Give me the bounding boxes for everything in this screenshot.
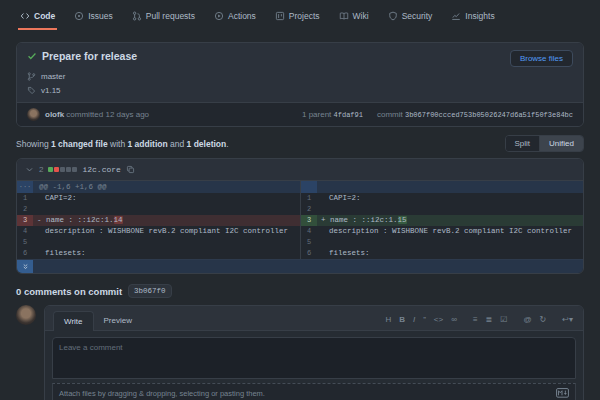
diff-line[interactable]: 4description : WISHBONE revB.2 compliant… <box>301 226 583 237</box>
diffstat-squares <box>48 167 77 172</box>
cross-reference-icon[interactable]: ↻ <box>540 316 547 324</box>
committer-avatar[interactable] <box>27 108 40 121</box>
diff-expand-row <box>17 259 583 273</box>
diff-line[interactable]: 6filesets: <box>17 248 300 259</box>
link-icon[interactable]: ∞ <box>451 316 457 324</box>
check-icon <box>27 51 37 61</box>
editor-body: Attach files by dragging & dropping, sel… <box>45 331 583 400</box>
comment-composer: Write Preview H B I ” <> ∞ ≡ ≣ ☑ @ ↻ ↩▾ … <box>16 305 584 400</box>
diff-split-view: ···@@ -1,6 +1,6 @@ 1CAPI=2: 2 3- name : … <box>17 181 583 259</box>
comment-input[interactable] <box>52 337 576 379</box>
diff-line[interactable]: 2 <box>17 204 300 215</box>
diff-file-box: 2 i2c.core ···@@ -1,6 +1,6 @@ 1CAPI=2: 2… <box>16 158 584 274</box>
committer-name[interactable]: olofk <box>45 110 64 119</box>
summary-prefix: Showing <box>16 139 51 149</box>
diff-line-addition[interactable]: 3+ name : ::i2c:1.15 <box>301 215 583 226</box>
addition-sign: + <box>321 216 330 224</box>
copy-icon[interactable] <box>126 165 135 174</box>
diff-line[interactable]: 5 <box>301 237 583 248</box>
split-view-button[interactable]: Split <box>506 136 540 151</box>
task-list-icon[interactable]: ☑ <box>500 316 507 324</box>
shield-icon <box>388 11 398 21</box>
nav-tab-code[interactable]: Code <box>18 9 57 30</box>
parent-sha-link[interactable]: 4fdaf91 <box>334 111 363 119</box>
heading-icon[interactable]: H <box>385 316 391 324</box>
nav-tab-pull-requests[interactable]: Pull requests <box>130 9 197 30</box>
diff-pane-old: ···@@ -1,6 +1,6 @@ 1CAPI=2: 2 3- name : … <box>17 181 300 259</box>
commit-box: Prepare for release Browse files master … <box>16 42 584 127</box>
attach-files-bar[interactable]: Attach files by dragging & dropping, sel… <box>52 383 576 400</box>
branch-ref[interactable]: master <box>27 72 573 81</box>
diff-line[interactable]: 5 <box>17 237 300 248</box>
nav-tab-actions[interactable]: Actions <box>212 9 258 30</box>
diff-pane-new: 1CAPI=2: 2 3+ name : ::i2c:1.15 4descrip… <box>300 181 583 259</box>
tag-icon <box>27 86 36 95</box>
tag-name: v1.15 <box>41 86 61 95</box>
summary-and: and <box>168 139 187 149</box>
expand-diff-button[interactable] <box>17 260 33 273</box>
git-branch-icon <box>27 72 36 81</box>
diffstat-neutral-square <box>66 167 71 172</box>
unified-view-button[interactable]: Unified <box>539 136 583 151</box>
diff-line-deletion[interactable]: 3- name : ::i2c:1.14 <box>17 215 300 226</box>
nav-tab-insights[interactable]: Insights <box>449 9 496 30</box>
diff-filename[interactable]: i2c.core <box>82 165 120 174</box>
diff-line[interactable]: 6filesets: <box>301 248 583 259</box>
project-icon <box>275 11 285 21</box>
line-content: CAPI=2: <box>317 193 361 204</box>
saved-replies-icon[interactable]: ↩▾ <box>562 316 573 324</box>
commit-meta-bar: olofk committed 12 days ago 1 parent 4fd… <box>17 102 583 126</box>
browse-files-button[interactable]: Browse files <box>510 50 573 67</box>
diff-line[interactable]: 2 <box>301 204 583 215</box>
line-text: name : ::i2c:1. <box>330 216 398 224</box>
user-avatar[interactable] <box>16 305 36 325</box>
hunk-header: @@ -1,6 +1,6 @@ <box>33 181 107 193</box>
diffstat-neutral-square <box>72 167 77 172</box>
bold-icon[interactable]: B <box>399 316 405 324</box>
nav-tab-label: Pull requests <box>146 11 195 21</box>
tag-ref[interactable]: v1.15 <box>27 86 573 95</box>
diff-line[interactable]: 1CAPI=2: <box>17 193 300 204</box>
hunk-header-row[interactable]: ···@@ -1,6 +1,6 @@ <box>17 181 300 193</box>
nav-tab-label: Projects <box>289 11 320 21</box>
added-word: 15 <box>398 216 407 224</box>
line-content: description : WISHBONE revB.2 compliant … <box>33 226 288 237</box>
diff-line[interactable]: 4description : WISHBONE revB.2 compliant… <box>17 226 300 237</box>
quote-icon[interactable]: ” <box>423 316 426 324</box>
mention-icon[interactable]: @ <box>523 316 531 324</box>
commit-sha-badge[interactable]: 3b067f0 <box>128 284 172 298</box>
tab-preview[interactable]: Preview <box>94 311 142 330</box>
line-content <box>33 204 45 215</box>
line-number: 4 <box>301 226 317 237</box>
tab-write[interactable]: Write <box>53 311 94 331</box>
nav-tab-security[interactable]: Security <box>386 9 435 30</box>
diffstat-addition-square <box>48 167 53 172</box>
branch-name: master <box>41 72 65 81</box>
nav-tab-projects[interactable]: Projects <box>273 9 322 30</box>
nav-tab-issues[interactable]: Issues <box>72 9 115 30</box>
deletion-count: 1 deletion <box>187 139 227 149</box>
code-icon[interactable]: <> <box>434 316 443 324</box>
diffstat-deletion-square <box>54 167 59 172</box>
deletion-sign: - <box>37 216 46 224</box>
line-number: 5 <box>17 237 33 248</box>
committer-line: olofk committed 12 days ago <box>45 110 149 119</box>
line-number: 6 <box>17 248 33 259</box>
nav-tab-wiki[interactable]: Wiki <box>337 9 371 30</box>
commit-title-row: Prepare for release <box>27 50 137 62</box>
graph-icon <box>451 11 461 21</box>
line-number: 1 <box>301 193 317 204</box>
commit-sha-line: commit 3b067f00ccced753b05026247d6a51f50… <box>377 110 573 119</box>
summary-period: . <box>226 139 228 149</box>
italic-icon[interactable]: I <box>413 316 415 324</box>
changed-files-summary: Showing 1 changed file with 1 addition a… <box>16 139 229 149</box>
ordered-list-icon[interactable]: ≣ <box>486 316 493 324</box>
code-icon <box>20 11 30 21</box>
repo-nav: Code Issues Pull requests Actions Projec… <box>0 0 600 34</box>
nav-tab-label: Actions <box>228 11 256 21</box>
diff-line[interactable]: 1CAPI=2: <box>301 193 583 204</box>
unordered-list-icon[interactable]: ≡ <box>473 316 478 324</box>
hunk-header-row <box>301 181 583 193</box>
git-pull-request-icon <box>132 11 142 21</box>
chevron-down-icon[interactable] <box>25 165 34 174</box>
